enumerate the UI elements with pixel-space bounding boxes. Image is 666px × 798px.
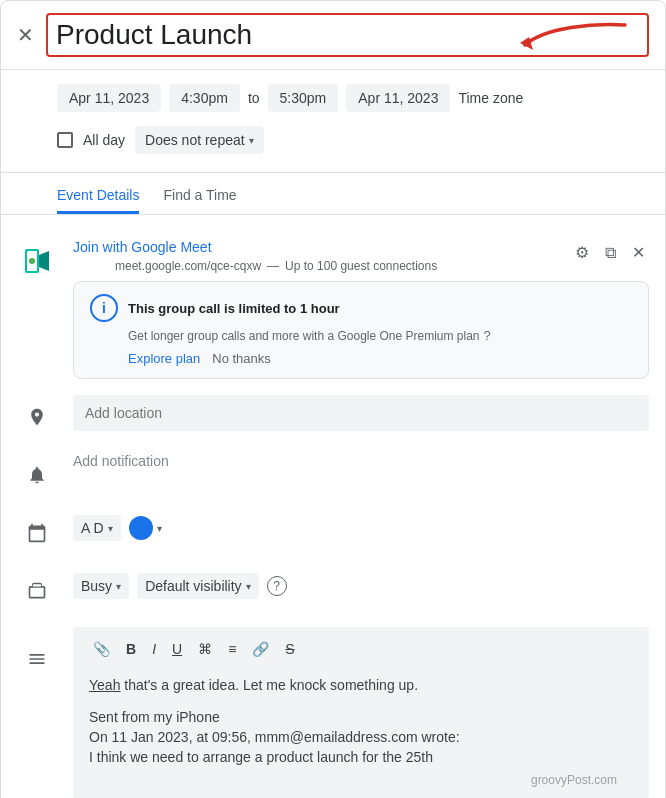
location-icon-container (17, 397, 57, 437)
banner-desc: Get longer group calls and more with a G… (128, 328, 632, 343)
no-thanks-button[interactable]: No thanks (212, 351, 271, 366)
calendar-color-row: A D ▾ ▾ (73, 511, 649, 545)
color-chevron-icon: ▾ (157, 523, 162, 534)
underline-button[interactable]: U (168, 639, 186, 659)
banner-description: Get longer group calls and more with a G… (128, 329, 480, 343)
meet-icon-container (17, 241, 57, 281)
busy-status-dropdown[interactable]: Busy ▾ (73, 573, 129, 599)
notes-sent-from: Sent from my iPhone (89, 709, 633, 725)
calendar-field-row: A D ▾ ▾ (1, 503, 665, 561)
location-input[interactable] (73, 395, 649, 431)
end-time-chip[interactable]: 5:30pm (268, 84, 339, 112)
start-time-chip[interactable]: 4:30pm (169, 84, 240, 112)
notes-content-area: 📎 B I U ⌘ ≡ 🔗 S Yeah that's a great idea… (73, 627, 649, 798)
meet-remove-icon[interactable]: ✕ (628, 239, 649, 266)
visibility-chevron-icon: ▾ (246, 581, 251, 592)
color-picker-button[interactable]: ▾ (129, 516, 162, 540)
start-date-chip[interactable]: Apr 11, 2023 (57, 84, 161, 112)
meet-guests: Up to 100 guest connections (285, 259, 437, 273)
tab-find-a-time[interactable]: Find a Time (163, 177, 236, 214)
svg-point-5 (29, 258, 35, 264)
briefcase-icon (27, 581, 47, 601)
quote-text: I think we need to arrange a product lau… (89, 749, 433, 765)
meet-field-row: Join with Google Meet meet.google.com/qc… (1, 231, 665, 387)
calendar-icon (27, 523, 47, 543)
notification-placeholder[interactable]: Add notification (73, 443, 169, 479)
calendar-chevron-icon: ▾ (108, 523, 113, 534)
watermark: groovyPost.com (89, 765, 633, 787)
tabs-row: Event Details Find a Time (1, 177, 665, 215)
content-area: Join with Google Meet meet.google.com/qc… (1, 215, 665, 798)
allday-row: All day Does not repeat ▾ (1, 126, 665, 168)
notes-on-line: On 11 Jan 2023, at 09:56, mmm@emailaddre… (89, 729, 633, 745)
datetime-row: Apr 11, 2023 4:30pm to 5:30pm Apr 11, 20… (1, 70, 665, 126)
to-label: to (248, 90, 260, 106)
unordered-list-button[interactable]: ≡ (224, 639, 240, 659)
notes-section: 📎 B I U ⌘ ≡ 🔗 S Yeah that's a great idea… (73, 627, 649, 798)
meet-content: Join with Google Meet meet.google.com/qc… (73, 239, 649, 379)
meet-link[interactable]: meet.google.com/qce-cqxw (115, 259, 261, 273)
bell-icon (27, 465, 47, 485)
strikethrough-button[interactable]: S (281, 639, 298, 659)
end-date-chip[interactable]: Apr 11, 2023 (346, 84, 450, 112)
repeat-chevron-icon: ▾ (249, 135, 254, 146)
calendar-name-dropdown[interactable]: A D ▾ (73, 515, 121, 541)
description-icon-container (17, 639, 57, 679)
description-lines-icon (27, 649, 47, 669)
help-circle-icon: ? (484, 328, 491, 343)
sent-from-text: Sent from my iPhone (89, 709, 220, 725)
notes-quote: I think we need to arrange a product lau… (89, 749, 633, 765)
calendar-name: A D (81, 520, 104, 536)
repeat-dropdown[interactable]: Does not repeat ▾ (135, 126, 264, 154)
google-one-icon: i (90, 294, 118, 322)
meet-settings-icon[interactable]: ⚙ (571, 239, 593, 266)
on-line-text: On 11 Jan 2023, at 09:56, mmm@emailaddre… (89, 729, 460, 745)
explore-plan-button[interactable]: Explore plan (128, 351, 200, 366)
event-modal: ✕ Product Launch Apr 11, 2023 4:30pm to … (0, 0, 666, 798)
notes-underlined-text: Yeah (89, 677, 120, 693)
meet-title[interactable]: Join with Google Meet (73, 239, 212, 255)
google-meet-icon (21, 245, 53, 277)
busy-status-label: Busy (81, 578, 112, 594)
busy-chevron-icon: ▾ (116, 581, 121, 592)
bell-icon-container (17, 455, 57, 495)
timezone-link[interactable]: Time zone (458, 90, 523, 106)
location-field-row (1, 387, 665, 445)
banner-header: i This group call is limited to 1 hour (90, 294, 632, 322)
meet-copy-icon[interactable]: ⧉ (601, 240, 620, 266)
meet-subtitle: meet.google.com/qce-cqxw — Up to 100 gue… (115, 259, 571, 273)
meet-separator: — (267, 259, 279, 273)
repeat-label: Does not repeat (145, 132, 245, 148)
divider-1 (1, 172, 665, 173)
meet-header: Join with Google Meet (73, 239, 571, 255)
ordered-list-button[interactable]: ⌘ (194, 639, 216, 659)
notes-rest-text: that's a great idea. Let me knock someth… (120, 677, 418, 693)
notes-text-content[interactable]: Yeah that's a great idea. Let me knock s… (89, 677, 633, 765)
tab-event-details[interactable]: Event Details (57, 177, 139, 214)
description-field-row: 📎 B I U ⌘ ≡ 🔗 S Yeah that's a great idea… (1, 619, 665, 798)
link-button[interactable]: 🔗 (248, 639, 273, 659)
calendar-icon-container (17, 513, 57, 553)
notes-paragraph: Yeah that's a great idea. Let me knock s… (89, 677, 633, 693)
event-title: Product Launch (56, 19, 252, 50)
status-field-row: Busy ▾ Default visibility ▾ ? (1, 561, 665, 619)
status-content: Busy ▾ Default visibility ▾ ? (73, 569, 649, 603)
close-button[interactable]: ✕ (17, 25, 34, 45)
google-one-banner: i This group call is limited to 1 hour G… (73, 281, 649, 379)
attach-button[interactable]: 📎 (89, 639, 114, 659)
visibility-dropdown[interactable]: Default visibility ▾ (137, 573, 258, 599)
location-pin-icon (27, 407, 47, 427)
color-circle (129, 516, 153, 540)
notification-content: Add notification (73, 453, 649, 469)
allday-checkbox[interactable] (57, 132, 73, 148)
visibility-label: Default visibility (145, 578, 241, 594)
location-content (73, 395, 649, 431)
banner-buttons: Explore plan No thanks (128, 351, 632, 366)
bold-button[interactable]: B (122, 639, 140, 659)
help-icon[interactable]: ? (267, 576, 287, 596)
bag-icon-container (17, 571, 57, 611)
allday-label: All day (83, 132, 125, 148)
banner-title: This group call is limited to 1 hour (128, 301, 340, 316)
calendar-content: A D ▾ ▾ (73, 511, 649, 545)
italic-button[interactable]: I (148, 639, 160, 659)
